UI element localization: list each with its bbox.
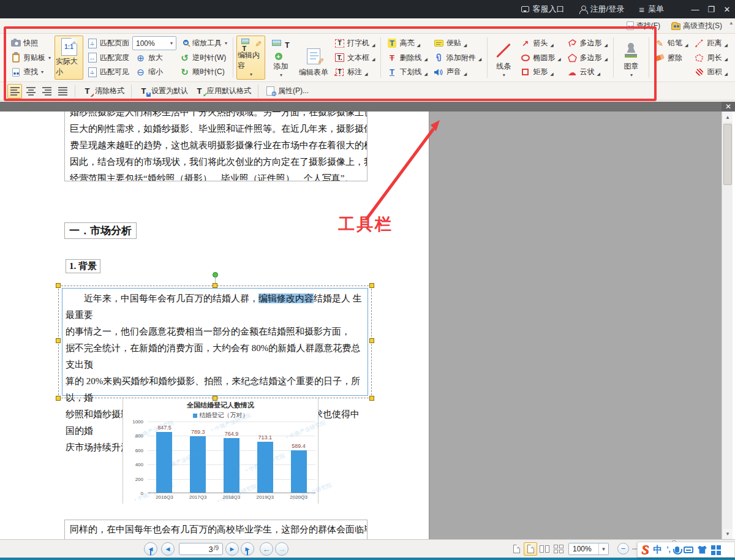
top-paragraph-box[interactable]: 婚纱照摄影是人们精彩生活中十分火热的领域。另一方面，在摄影摄像上也存在着 巨大的… [64, 112, 368, 181]
perimeter-button[interactable]: 周长◢ [691, 51, 730, 65]
resize-handle-top-center[interactable] [213, 283, 217, 288]
page-number-input[interactable]: 3 /9 [179, 543, 223, 555]
next-page-button[interactable]: ▶ [225, 542, 239, 556]
resize-handle-bottom-center[interactable] [213, 396, 217, 401]
fit-width-button[interactable]: ↔ 匹配宽度 [84, 51, 132, 65]
microphone-icon[interactable] [675, 547, 679, 553]
actual-size-button[interactable]: 1:1 实际大小 [55, 36, 83, 80]
last-page-button[interactable]: ▶ [241, 542, 254, 556]
single-page-view-button[interactable] [510, 542, 523, 556]
resize-handle-bottom-right[interactable] [369, 396, 374, 401]
align-right-button[interactable] [39, 84, 54, 99]
align-right-icon [42, 86, 51, 96]
distance-button[interactable]: 距离◢ [691, 36, 730, 50]
language-mode-icon[interactable]: 中 [653, 544, 662, 556]
rotate-ccw-button[interactable]: ↺ 逆时针(W) [176, 51, 230, 65]
properties-button[interactable]: 属性(P)... [262, 84, 312, 98]
set-default-button[interactable]: T 设置为默认 [135, 84, 191, 98]
strikeout-button[interactable]: T 删除线◢ [383, 51, 430, 65]
area-button[interactable]: 面积◢ [691, 65, 730, 79]
underline-button[interactable]: T 下划线◢ [383, 65, 430, 79]
scroll-up-icon[interactable]: ▲ [723, 112, 733, 122]
minimize-button[interactable]: — [687, 0, 703, 18]
fit-visible-button[interactable]: ↔↕ 匹配可见 [84, 65, 132, 79]
pencil-button[interactable]: ✎ 铅笔◢ [652, 36, 691, 50]
status-zoom-out-button[interactable]: − [617, 543, 629, 554]
forward-view-button[interactable]: → [275, 542, 288, 556]
clear-format-button[interactable]: T 清除格式 [79, 84, 127, 98]
stamp-button[interactable]: 图章 ▾ [617, 36, 646, 80]
sogou-logo-icon[interactable]: S [641, 543, 649, 556]
polygon-open-button[interactable]: 多边形◢ [564, 36, 611, 50]
rotate-cw-button[interactable]: ↻ 顺时针(C) [176, 65, 230, 79]
punctuation-mode-icon[interactable]: ’, [666, 545, 671, 554]
two-page-view-button[interactable] [538, 542, 551, 556]
rotate-selection-handle[interactable] [213, 272, 218, 278]
snapshot-button[interactable]: 快照 [7, 36, 54, 50]
typewriter-button[interactable]: T 打字机◢ [331, 36, 378, 50]
align-justify-button[interactable] [55, 84, 70, 99]
skin-icon[interactable] [698, 546, 707, 554]
scroll-down-icon[interactable]: ▼ [723, 529, 733, 539]
maximize-button[interactable]: ❐ [703, 0, 719, 18]
resize-handle-top-left[interactable] [56, 283, 61, 288]
fit-page-button[interactable]: ↔↕ 匹配页面 [84, 36, 132, 50]
collapse-ribbon-icon[interactable]: ▴ [729, 20, 733, 26]
polygon-open-icon [567, 38, 578, 48]
close-document-icon[interactable]: ✕ [722, 102, 735, 112]
close-button[interactable]: ✕ [719, 0, 735, 18]
sound-button[interactable]: 声音◢ [431, 65, 484, 79]
first-page-button[interactable]: ◀ [144, 542, 157, 556]
continuous-view-button[interactable] [524, 542, 537, 556]
apply-default-button[interactable]: T✔ 应用默认格式 [191, 84, 254, 98]
rectangle-button[interactable]: 矩形◢ [517, 65, 564, 79]
register-login-button[interactable]: 注册/登录 [572, 0, 632, 18]
edit-form-button[interactable]: ✎ 编辑表单 [296, 36, 331, 80]
paragraph-line: 婚纱照摄影是人们精彩生活中十分火热的领域。另一方面，在摄影摄像上也存在着 [70, 112, 362, 121]
find-button[interactable]: 查找(F) [622, 20, 665, 32]
eraser-button[interactable]: 擦除 [652, 51, 691, 65]
status-zoom-select[interactable]: 100% ▼ [568, 543, 609, 555]
scrollbar-thumb[interactable] [723, 124, 732, 185]
resize-handle-mid-left[interactable] [56, 338, 61, 343]
clipboard-button[interactable]: 剪贴板▾ [7, 51, 54, 65]
two-page-continuous-button[interactable] [552, 542, 565, 556]
edit-content-button[interactable]: T ✎ 编辑内容 ▾ [236, 36, 265, 80]
polygon-button[interactable]: 多边形◢ [564, 51, 611, 65]
toolbar-group-fit: ↔↕ 匹配页面 ↔ 匹配宽度 ↔↕ 匹配可见 [84, 36, 132, 80]
text-box-button[interactable]: T. 文本框◢ [331, 51, 378, 65]
resize-handle-bottom-left[interactable] [56, 396, 61, 401]
align-left-icon [10, 86, 20, 96]
resize-handle-top-right[interactable] [369, 283, 374, 288]
ellipse-button[interactable]: 椭圆形◢ [517, 51, 564, 65]
bottom-paragraph-box[interactable]: 同样的，在中国每年也会有几百万的高校毕业学生，这部分的群体会面临毕 [64, 520, 368, 539]
soft-keyboard-icon[interactable] [684, 547, 693, 553]
document-viewport[interactable]: 婚纱照摄影是人们精彩生活中十分火热的领域。另一方面，在摄影摄像上也存在着 巨大的… [0, 112, 735, 539]
advanced-find-button[interactable]: 高级查找(S) [667, 20, 726, 32]
toolbox-icon[interactable] [711, 545, 715, 550]
zoom-level-select[interactable]: 100%▾ [132, 36, 176, 50]
align-left-button[interactable] [7, 84, 22, 99]
zoom-tool-button[interactable]: 缩放工具▾ [176, 36, 230, 50]
callout-button[interactable]: ↙T 标注◢ [331, 65, 378, 79]
document-page[interactable]: 婚纱照摄影是人们精彩生活中十分火热的领域。另一方面，在摄影摄像上也存在着 巨大的… [0, 112, 429, 539]
resize-handle-mid-right[interactable] [369, 338, 374, 343]
selected-text[interactable]: 编辑修改内容 [258, 293, 314, 303]
arrow-shape-button[interactable]: ↗ 箭头◢ [517, 36, 564, 50]
menu-button[interactable]: ≡ 菜单 [631, 0, 671, 18]
register-login-label: 注册/登录 [590, 4, 625, 15]
add-button[interactable]: T + 添加 ▾ [266, 36, 295, 80]
attachment-button[interactable]: 添加附件◢ [431, 51, 484, 65]
vertical-scrollbar[interactable]: ▲ ▼ [722, 112, 733, 539]
sticky-note-button[interactable]: 便贴◢ [431, 36, 484, 50]
previous-page-button[interactable]: ◀ [161, 542, 175, 556]
align-center-button[interactable] [23, 84, 38, 99]
highlight-button[interactable]: T 高亮◢ [383, 36, 430, 50]
back-view-button[interactable]: ← [260, 542, 273, 556]
cloud-button[interactable]: ☁ 云状◢ [564, 65, 611, 79]
zoom-in-button[interactable]: ⊕ 放大 [132, 51, 176, 65]
customer-service-button[interactable]: 客服入口 [514, 0, 572, 18]
line-button[interactable]: 线条 ▾ [491, 36, 516, 80]
find-tool-button[interactable]: 查找▾ [7, 65, 54, 79]
zoom-out-button[interactable]: ⊖ 缩小 [132, 65, 176, 79]
